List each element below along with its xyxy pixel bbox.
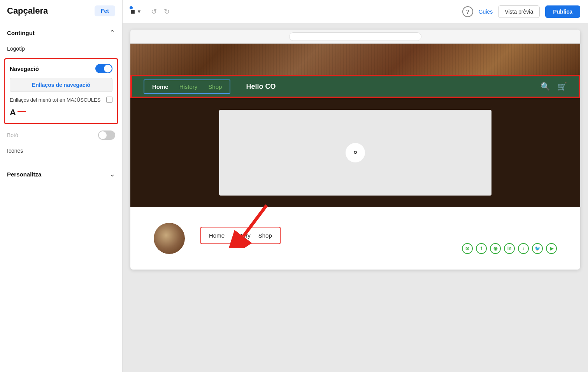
red-arrow	[200, 201, 278, 248]
wood-texture-header	[130, 44, 580, 75]
website-frame: Home History Shop Hello CO 🔍 🛒 ⚬	[130, 30, 580, 270]
left-content: Contingut ⌃ Logotip Navegació Enllaços d…	[0, 22, 122, 372]
left-header: Capçalera Fet	[0, 0, 122, 22]
icones-label: Icones	[7, 148, 23, 154]
search-icon[interactable]: 🔍	[541, 82, 550, 91]
social-youtube-icon[interactable]: ▶	[546, 243, 557, 254]
uppercase-row: Enllaços del menú tot en MAJÚSCULES	[10, 97, 112, 103]
nav-item-history[interactable]: History	[174, 82, 203, 92]
boto-row: Botó	[0, 127, 122, 144]
nav-highlighted-box[interactable]: Home History Shop	[144, 79, 230, 94]
social-linkedin-icon[interactable]: in	[504, 243, 515, 254]
top-bar: ■ ▼ ↺ ↻ ? Guies Vista prèvia Publica	[123, 0, 588, 23]
contingut-chevron-icon[interactable]: ⌃	[109, 28, 115, 37]
boto-toggle[interactable]	[98, 130, 115, 140]
navegacio-box: Navegació Enllaços de navegació Enllaços…	[4, 58, 118, 124]
site-header: Home History Shop Hello CO 🔍 🛒	[130, 75, 580, 98]
help-icon: ?	[466, 9, 469, 15]
bottom-section: Home History Shop	[130, 207, 580, 270]
site-logo: Hello CO	[246, 83, 276, 91]
logotip-row: Logotip	[0, 42, 122, 56]
wood-circle-image	[154, 223, 185, 254]
personalitza-chevron-icon[interactable]: ⌄	[109, 170, 115, 178]
contingut-label: Contingut	[7, 30, 35, 36]
left-panel: Capçalera Fet Contingut ⌃ Logotip Navega…	[0, 0, 123, 372]
top-bar-right: ? Guies Vista prèvia Publica	[462, 5, 580, 18]
canvas-top-bar	[130, 30, 580, 44]
hero-section: ⚬	[130, 98, 580, 207]
font-underline	[18, 111, 26, 112]
fet-button[interactable]: Fet	[95, 5, 115, 16]
divider	[7, 161, 115, 161]
svg-line-1	[243, 205, 267, 236]
page-title: Capçalera	[7, 6, 48, 16]
social-instagram-icon[interactable]: ◉	[490, 243, 501, 254]
hero-center-icon: ⚬	[346, 143, 365, 162]
device-dropdown-icon[interactable]: ▼	[137, 9, 142, 14]
nav-item-shop[interactable]: Shop	[203, 82, 227, 92]
uppercase-checkbox[interactable]	[106, 97, 112, 103]
social-twitter-icon[interactable]: 🐦	[532, 243, 543, 254]
social-facebook-icon[interactable]: f	[476, 243, 487, 254]
nav-item-home[interactable]: Home	[147, 82, 174, 92]
active-dot	[130, 6, 133, 9]
uppercase-label: Enllaços del menú tot en MAJÚSCULES	[10, 97, 100, 103]
boto-label: Botó	[7, 132, 18, 138]
social-tiktok-icon[interactable]: ♪	[518, 243, 529, 254]
bottom-nav-container: Home History Shop	[200, 219, 281, 244]
device-selector-button[interactable]: ■ ▼	[130, 7, 142, 16]
redo-button[interactable]: ↻	[161, 6, 173, 18]
person-icon: ⚬	[352, 148, 359, 158]
url-bar	[289, 32, 421, 41]
personalitza-row[interactable]: Personalitza ⌄	[0, 164, 122, 184]
publica-button[interactable]: Publica	[545, 5, 580, 18]
help-button[interactable]: ?	[462, 6, 473, 17]
nav-links-button[interactable]: Enllaços de navegació	[10, 78, 112, 92]
hero-image-placeholder: ⚬	[219, 110, 491, 196]
navegacio-label: Navegació	[10, 65, 39, 72]
main-area: ■ ▼ ↺ ↻ ? Guies Vista prèvia Publica	[123, 0, 588, 372]
logotip-label: Logotip	[7, 46, 25, 52]
canvas-area[interactable]: Home History Shop Hello CO 🔍 🛒 ⚬	[123, 23, 588, 372]
site-header-icons: 🔍 🛒	[541, 82, 567, 91]
vista-previa-button[interactable]: Vista prèvia	[498, 5, 540, 18]
font-sample[interactable]: A	[10, 108, 112, 118]
undo-button[interactable]: ↺	[148, 6, 160, 18]
navegacio-toggle[interactable]	[95, 64, 112, 73]
social-icons: ✉ f ◉ in ♪ 🐦 ▶	[462, 243, 557, 258]
font-a-label: A	[10, 108, 16, 118]
navegacio-row: Navegació	[10, 64, 112, 73]
personalitza-label: Personalitza	[7, 171, 41, 178]
undo-redo-controls: ↺ ↻	[148, 6, 173, 18]
guies-link[interactable]: Guies	[479, 9, 493, 15]
cart-icon[interactable]: 🛒	[557, 82, 567, 91]
social-email-icon[interactable]: ✉	[462, 243, 473, 254]
contingut-section-header: Contingut ⌃	[0, 22, 122, 42]
icones-row: Icones	[0, 144, 122, 158]
